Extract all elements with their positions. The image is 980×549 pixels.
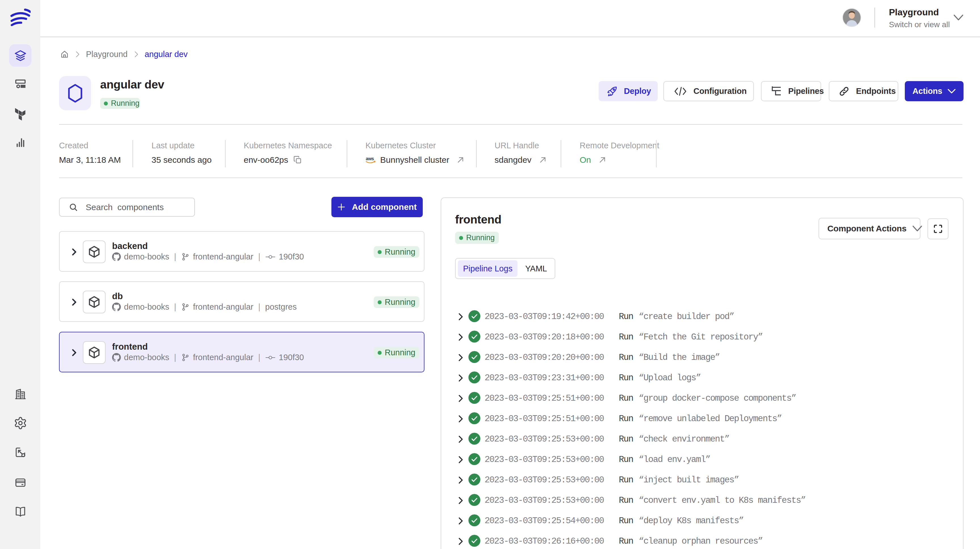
- svg-text:aws: aws: [366, 156, 374, 161]
